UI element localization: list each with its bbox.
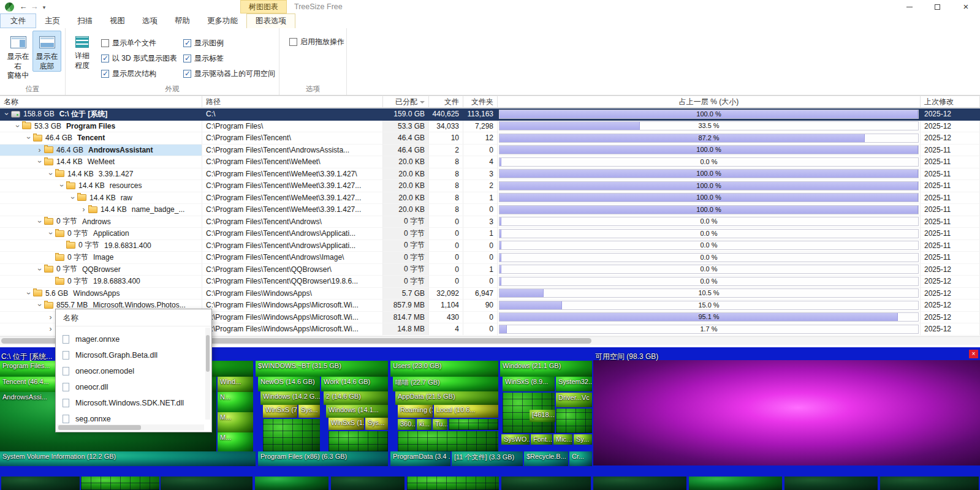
treemap-block[interactable]: [407, 477, 499, 490]
treemap-block[interactable]: Sys...: [298, 405, 320, 418]
treemap-block[interactable]: [11 个文件] (3.3 GB): [452, 451, 523, 466]
checkbox-show-single-files[interactable]: 显示单个文件: [101, 36, 177, 51]
chevron-open-icon[interactable]: [58, 182, 66, 190]
tab-home[interactable]: 主页: [36, 13, 69, 28]
checkbox-enable-drag-drop[interactable]: 启用拖放操作: [289, 34, 344, 50]
treemap-block[interactable]: M...: [218, 432, 253, 451]
treemap-block[interactable]: Sy...: [574, 434, 592, 445]
popup-horizontal-scrollbar[interactable]: [57, 424, 204, 431]
show-at-bottom-button[interactable]: 显示在 底部: [32, 31, 61, 72]
treemap-block[interactable]: M...: [218, 412, 253, 432]
close-treemap-icon[interactable]: [969, 350, 978, 358]
table-row[interactable]: 0 字节QQBrowserC:\Program Files\Tencent\QQ…: [0, 264, 980, 276]
treemap-block[interactable]: Driver...Vc: [556, 393, 592, 407]
treemap-block[interactable]: WinSxS (8.9...: [503, 377, 555, 391]
tree-name-cell[interactable]: 14.4 KBWeMeet: [0, 156, 202, 168]
table-row[interactable]: 14.4 KBname_badge_...C:\Program Files\Te…: [0, 204, 980, 216]
close-button[interactable]: [952, 0, 980, 13]
treemap-block[interactable]: [501, 477, 591, 490]
treemap-block[interactable]: [398, 431, 498, 451]
treemap-block[interactable]: [449, 419, 498, 430]
treemap-block[interactable]: 2 (14.6 GB): [324, 391, 388, 405]
table-row[interactable]: 14.4 KBWeMeetC:\Program Files\Tencent\We…: [0, 156, 980, 168]
tree-name-cell[interactable]: 14.4 KBresources: [0, 180, 202, 192]
treemap-block[interactable]: Users (23.0 GB): [390, 361, 498, 377]
treemap-block[interactable]: $WINDOWS.~BT (31.5 GB): [256, 361, 388, 377]
treemap-block[interactable]: AppData (21.5 GB): [395, 391, 498, 405]
table-row[interactable]: 14.4 KBrawC:\Program Files\Tencent\WeMee…: [0, 192, 980, 205]
list-item[interactable]: Microsoft.Windows.SDK.NET.dll: [56, 395, 211, 411]
column-header-files[interactable]: 文件: [429, 96, 463, 107]
treemap-block[interactable]: Windows (14.2 G...: [260, 391, 320, 405]
detail-level-button[interactable]: 详细 程度: [69, 31, 95, 71]
chevron-open-icon[interactable]: [14, 122, 21, 130]
tree-name-cell[interactable]: 14.4 KBname_badge_...: [0, 204, 202, 216]
chevron-open-icon[interactable]: [47, 170, 55, 178]
treemap-block[interactable]: Tu...: [433, 419, 447, 430]
column-header-allocated[interactable]: 已分配: [383, 96, 429, 107]
tab-file[interactable]: 文件: [0, 13, 36, 28]
popup-vertical-scrollbar[interactable]: [205, 328, 210, 420]
contextual-tab-header[interactable]: 树图图表: [240, 0, 287, 13]
tree-name-cell[interactable]: 53.3 GBProgram Files: [0, 121, 202, 133]
chevron-closed-icon[interactable]: [47, 325, 55, 333]
checkbox-3d-chart[interactable]: 以 3D 形式显示图表: [101, 51, 177, 66]
tree-name-cell[interactable]: 5.6 GBWindowsApps: [0, 288, 202, 300]
treemap-block[interactable]: Program Files (x86) (6.3 GB): [258, 451, 388, 466]
maximize-button[interactable]: [924, 0, 952, 13]
scrollbar-thumb[interactable]: [58, 425, 141, 430]
chevron-open-icon[interactable]: [69, 194, 77, 202]
tree-name-cell[interactable]: 158.8 GBC:\ 位于 [系统]: [0, 108, 202, 121]
column-header-path[interactable]: 路径: [202, 96, 383, 107]
column-header-modified[interactable]: 上次修改: [921, 96, 980, 107]
tree-name-cell[interactable]: 0 字节QQBrowser: [0, 264, 202, 276]
treemap-block[interactable]: N...: [218, 392, 253, 412]
chevron-closed-icon[interactable]: [36, 146, 44, 154]
checkbox-show-free-space[interactable]: 显示驱动器上的可用空间: [183, 66, 275, 81]
treemap-block[interactable]: Work (14.6 GB): [321, 377, 388, 391]
treemap-block[interactable]: [81, 477, 159, 490]
treemap-block[interactable]: Roaming (1...: [398, 405, 433, 418]
table-row[interactable]: 14.4 KB3.39.1.427C:\Program Files\Tencen…: [0, 168, 980, 181]
sort-dropdown-icon[interactable]: [420, 101, 425, 104]
chevron-open-icon[interactable]: [47, 230, 55, 238]
treemap-block[interactable]: ProgramData (3.4 ...: [390, 451, 450, 466]
tab-options[interactable]: 选项: [134, 13, 166, 28]
chevron-closed-icon[interactable]: [47, 314, 55, 321]
treemap-block[interactable]: Sys...: [365, 418, 388, 430]
treemap-block[interactable]: [4618...: [530, 410, 555, 422]
treemap-block[interactable]: WinSxS (7...: [263, 405, 297, 418]
chevron-open-icon[interactable]: [36, 217, 44, 225]
tab-view[interactable]: 视图: [101, 13, 134, 28]
tab-help[interactable]: 帮助: [166, 13, 199, 28]
list-item[interactable]: oneocr.onemodel: [56, 363, 211, 379]
treemap-block[interactable]: System32...: [556, 377, 592, 391]
chevron-open-icon[interactable]: [25, 289, 32, 297]
treemap-block[interactable]: [1, 477, 80, 490]
forward-button[interactable]: [29, 0, 40, 13]
chevron-open-icon[interactable]: [36, 301, 44, 309]
list-item[interactable]: oneocr.dll: [56, 379, 211, 395]
tree-name-cell[interactable]: 0 字节Androws: [0, 216, 202, 228]
table-row[interactable]: 53.3 GBProgram FilesC:\Program Files\53.…: [0, 121, 980, 133]
treemap-block[interactable]: Font...: [531, 434, 552, 445]
treemap-block[interactable]: [880, 477, 979, 490]
table-row[interactable]: 14.4 KBresourcesC:\Program Files\Tencent…: [0, 180, 980, 192]
treemap-block[interactable]: $Recycle.B...: [524, 451, 568, 466]
tree-name-cell[interactable]: 0 字节Image: [0, 252, 202, 264]
treemap-block[interactable]: 喵喵 (22.7 GB): [393, 377, 498, 391]
table-row[interactable]: 0 字节AndrowsC:\Program Files\Tencent\Andr…: [0, 216, 980, 228]
tree-name-cell[interactable]: 46.4 GBTencent: [0, 132, 202, 145]
column-header-name[interactable]: 名称: [0, 96, 202, 107]
checkbox-show-legend[interactable]: 显示图例: [183, 36, 275, 51]
tree-name-cell[interactable]: 46.4 GBAndrowsAssistant: [0, 145, 202, 157]
treemap-block[interactable]: ki...: [417, 419, 431, 430]
treemap-block[interactable]: Mic...: [553, 434, 572, 445]
treemap-block[interactable]: [556, 409, 592, 433]
column-header-percent[interactable]: 占上一层 % (大小): [498, 96, 921, 107]
table-row[interactable]: 5.6 GBWindowsAppsC:\Program Files\Window…: [0, 288, 980, 300]
treemap-block[interactable]: [784, 477, 878, 490]
minimize-button[interactable]: [895, 0, 924, 13]
table-row[interactable]: 0 字节19.8.6831.400C:\Program Files\Tencen…: [0, 240, 980, 252]
scrollbar-thumb[interactable]: [206, 335, 210, 372]
